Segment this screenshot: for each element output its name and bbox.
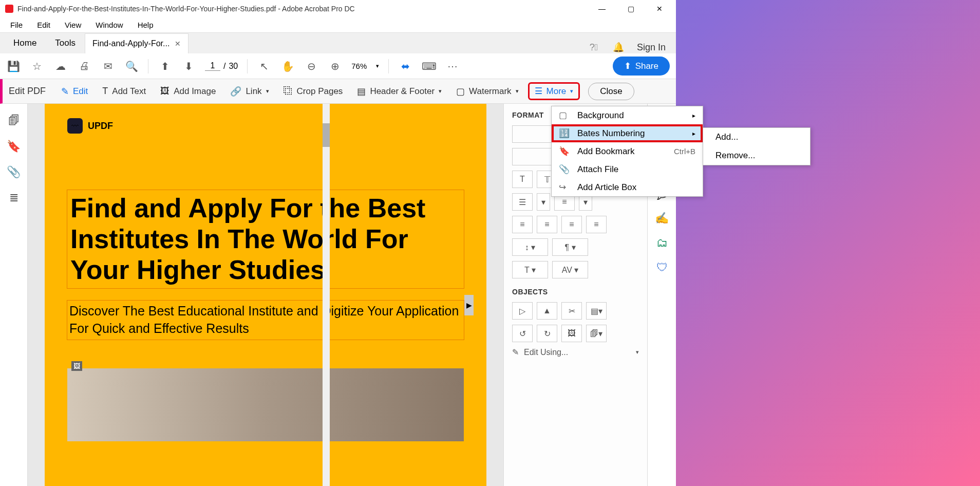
more-dropdown-menu: ▢ Background ▸ 🔢 Bates Numbering ▸ 🔖 Add… bbox=[551, 106, 703, 197]
zoom-out-icon[interactable]: ⊖ bbox=[304, 59, 318, 73]
maximize-button[interactable]: ▢ bbox=[625, 3, 637, 15]
menu-window[interactable]: Window bbox=[89, 18, 129, 31]
protect-icon[interactable]: 🛡 bbox=[656, 261, 668, 274]
submenu-item-add[interactable]: Add... bbox=[703, 128, 810, 146]
crop-pages-button[interactable]: ⿻ Crop Pages bbox=[278, 83, 348, 100]
header-footer-button[interactable]: ▤ Header & Footer ▾ bbox=[352, 83, 447, 100]
text-fill-button[interactable]: T bbox=[512, 171, 533, 188]
menu-edit[interactable]: Edit bbox=[31, 18, 56, 31]
next-page-arrow[interactable]: ▶ bbox=[464, 295, 474, 315]
crop-object-button[interactable]: ✂ bbox=[561, 302, 582, 320]
organize-icon[interactable]: 🗂 bbox=[656, 236, 668, 250]
updf-logo: 〰 UPDF bbox=[67, 118, 464, 134]
menu-file[interactable]: File bbox=[4, 18, 29, 31]
arrange-button[interactable]: 🗐▾ bbox=[586, 325, 607, 342]
minimize-button[interactable]: — bbox=[596, 3, 608, 15]
submenu-item-remove[interactable]: Remove... bbox=[703, 146, 810, 165]
edit-button[interactable]: ✎ Edit bbox=[56, 83, 93, 100]
print-icon[interactable]: 🖨 bbox=[77, 59, 91, 73]
acrobat-icon bbox=[5, 5, 13, 13]
bates-icon: 🔢 bbox=[559, 128, 570, 139]
hand-tool-icon[interactable]: ✋ bbox=[280, 59, 295, 73]
align-center-button[interactable]: ≡ bbox=[537, 216, 557, 233]
layers-icon[interactable]: ≣ bbox=[9, 191, 18, 204]
horizontal-scale-button[interactable]: T ▾ bbox=[512, 261, 548, 278]
menu-item-background[interactable]: ▢ Background ▸ bbox=[552, 106, 703, 124]
document-page[interactable]: 〰 UPDF Find and Apply For the Best Insti… bbox=[45, 104, 486, 486]
selection-tool-icon[interactable]: ↖ bbox=[257, 59, 271, 73]
crop-icon: ⿻ bbox=[284, 86, 293, 97]
menu-view[interactable]: View bbox=[59, 18, 87, 31]
article-icon: ↪ bbox=[559, 182, 570, 193]
more-tools-icon[interactable]: ⋯ bbox=[445, 59, 460, 73]
rotate-cw-button[interactable]: ↻ bbox=[537, 325, 557, 342]
title-bar: Find-and-Apply-For-the-Best-Institutes-I… bbox=[0, 0, 676, 17]
menu-item-bates-numbering[interactable]: 🔢 Bates Numbering ▸ bbox=[552, 124, 703, 142]
align-left-button[interactable]: ≡ bbox=[512, 216, 533, 233]
window-title: Find-and-Apply-For-the-Best-Institutes-I… bbox=[17, 5, 596, 13]
add-text-button[interactable]: T Add Text bbox=[97, 83, 151, 100]
zoom-dropdown-icon[interactable]: ▾ bbox=[376, 63, 379, 69]
bullet-list-dropdown[interactable]: ▾ bbox=[537, 193, 550, 211]
tab-tools[interactable]: Tools bbox=[46, 33, 85, 53]
align-objects-button[interactable]: ▤▾ bbox=[586, 302, 607, 320]
save-icon[interactable]: 💾 bbox=[6, 59, 21, 73]
add-image-button[interactable]: 🖼 Add Image bbox=[155, 83, 221, 100]
attachments-icon[interactable]: 📎 bbox=[7, 165, 21, 179]
tab-home[interactable]: Home bbox=[4, 33, 46, 53]
close-edit-button[interactable]: Close bbox=[588, 83, 634, 100]
bullet-list-button[interactable]: ☰ bbox=[512, 193, 533, 211]
search-icon[interactable]: 🔍 bbox=[124, 59, 139, 73]
sign-in-link[interactable]: Sign In bbox=[637, 42, 666, 53]
align-right-button[interactable]: ≡ bbox=[561, 216, 582, 233]
menu-item-add-bookmark[interactable]: 🔖 Add Bookmark Ctrl+B bbox=[552, 142, 703, 160]
replace-image-button[interactable]: 🖼 bbox=[561, 325, 582, 342]
link-icon: 🔗 bbox=[230, 86, 241, 97]
paragraph-spacing-button[interactable]: ¶ ▾ bbox=[552, 238, 588, 256]
menu-item-attach-file[interactable]: 📎 Attach File bbox=[552, 160, 703, 178]
tab-document-label: Find-and-Apply-For... bbox=[92, 39, 169, 48]
page-down-icon[interactable]: ⬇ bbox=[181, 59, 196, 73]
edit-pdf-toolbar: Edit PDF ✎ Edit T Add Text 🖼 Add Image 🔗… bbox=[0, 79, 676, 104]
objects-heading: OBJECTS bbox=[512, 288, 639, 296]
share-button[interactable]: ⬆ Share bbox=[613, 57, 670, 76]
notifications-icon[interactable]: 🔔 bbox=[612, 41, 625, 53]
character-spacing-button[interactable]: AV ▾ bbox=[552, 261, 588, 278]
bookmark-shortcut: Ctrl+B bbox=[674, 147, 695, 156]
menu-item-add-article-box[interactable]: ↪ Add Article Box bbox=[552, 178, 703, 196]
fit-width-icon[interactable]: ⬌ bbox=[398, 59, 412, 73]
document-image[interactable]: 🖼 bbox=[67, 359, 464, 441]
sign-icon[interactable]: ✍ bbox=[655, 212, 669, 225]
zoom-in-icon[interactable]: ⊕ bbox=[328, 59, 342, 73]
updf-brand-text: UPDF bbox=[88, 121, 113, 132]
link-button[interactable]: 🔗 Link ▾ bbox=[225, 83, 274, 100]
mail-icon[interactable]: ✉ bbox=[101, 59, 115, 73]
text-icon: T bbox=[102, 86, 108, 97]
bookmarks-icon[interactable]: 🔖 bbox=[7, 140, 21, 153]
page-current-input[interactable]: 1 bbox=[205, 61, 220, 71]
flip-horizontal-button[interactable]: ▷ bbox=[512, 302, 533, 320]
more-button[interactable]: ☰ More ▾ bbox=[528, 82, 580, 100]
page-up-icon[interactable]: ⬆ bbox=[158, 59, 172, 73]
align-justify-button[interactable]: ≡ bbox=[586, 216, 607, 233]
star-icon[interactable]: ☆ bbox=[30, 59, 44, 73]
tab-close-icon[interactable]: ✕ bbox=[175, 40, 181, 48]
scrollbar-thumb[interactable] bbox=[323, 123, 330, 147]
thumbnails-icon[interactable]: 🗐 bbox=[8, 114, 20, 127]
flip-vertical-button[interactable]: ▲ bbox=[537, 302, 557, 320]
read-mode-icon[interactable]: ⌨ bbox=[422, 59, 436, 73]
line-spacing-button[interactable]: ↕ ▾ bbox=[512, 238, 548, 256]
close-window-button[interactable]: ✕ bbox=[653, 3, 666, 15]
cloud-upload-icon[interactable]: ☁ bbox=[53, 59, 68, 73]
page-indicator: 1 / 30 bbox=[205, 61, 238, 71]
document-subheading[interactable]: Discover The Best Educational Institute … bbox=[67, 301, 464, 340]
rotate-ccw-button[interactable]: ↺ bbox=[512, 325, 533, 342]
tab-document[interactable]: Find-and-Apply-For... ✕ bbox=[85, 33, 189, 53]
document-heading[interactable]: Find and Apply For the Best Institutes I… bbox=[67, 190, 464, 288]
edit-using-button[interactable]: ✎ Edit Using... ▾ bbox=[512, 347, 639, 357]
scrollbar[interactable] bbox=[323, 104, 330, 486]
watermark-button[interactable]: ▢ Watermark ▾ bbox=[451, 83, 524, 100]
zoom-value[interactable]: 76% bbox=[351, 62, 367, 70]
help-icon[interactable]: ?⃝ bbox=[588, 41, 600, 53]
menu-help[interactable]: Help bbox=[131, 18, 160, 31]
